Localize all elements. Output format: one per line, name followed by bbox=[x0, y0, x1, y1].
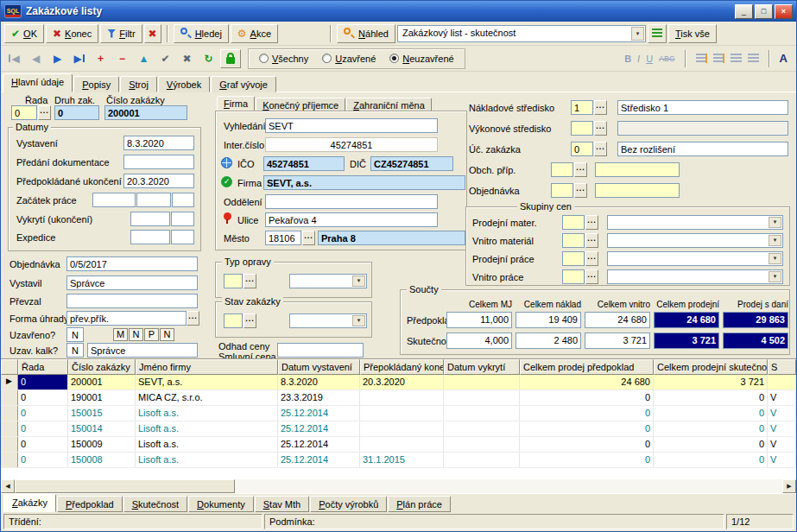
tab-pocty-vyrobku[interactable]: Počty výrobků bbox=[310, 496, 387, 512]
vykryti-field-2[interactable] bbox=[171, 212, 194, 226]
nahled-button[interactable]: Náhled bbox=[337, 24, 395, 43]
tab-vyrobek[interactable]: Výrobek bbox=[158, 76, 210, 92]
cell[interactable]: V bbox=[768, 421, 796, 436]
vykonove-stredisko-lookup-button[interactable]: ... bbox=[594, 121, 607, 136]
cell[interactable]: 150015 bbox=[68, 406, 136, 421]
chevron-down-icon[interactable]: ▼ bbox=[352, 315, 365, 326]
uzavreno-field[interactable]: N bbox=[66, 327, 84, 342]
flag-m-button[interactable]: M bbox=[113, 328, 128, 341]
align-right-icon[interactable] bbox=[748, 54, 759, 63]
cell[interactable]: V bbox=[768, 437, 796, 452]
cell[interactable]: 0 bbox=[520, 437, 654, 452]
cell[interactable]: 0 bbox=[520, 421, 654, 436]
prodejni-mater-code-field[interactable] bbox=[562, 215, 585, 230]
grid-header[interactable]: Datum vystavení bbox=[278, 359, 360, 375]
table-row[interactable]: 0 150008 Lisoft a.s. 25.12.2014 31.1.201… bbox=[1, 453, 796, 468]
post-record-button[interactable]: ✔ bbox=[155, 49, 175, 68]
cell[interactable]: 8.3.2020 bbox=[278, 375, 360, 390]
typ-opravy-lookup-button[interactable]: ... bbox=[244, 274, 256, 288]
tab-hlavni-udaje[interactable]: Hlavní údaje bbox=[3, 73, 73, 92]
tab-dokumenty[interactable]: Dokumenty bbox=[188, 496, 254, 512]
cell[interactable] bbox=[360, 437, 444, 452]
obch-prip-lookup-button[interactable]: ... bbox=[574, 162, 587, 177]
vnitro-material-code-field[interactable] bbox=[562, 233, 585, 248]
expedice-field-2[interactable] bbox=[171, 230, 194, 244]
prodejni-mater-select[interactable]: ▼ bbox=[607, 215, 783, 230]
grid-header[interactable]: Číslo zakázky bbox=[68, 359, 136, 375]
cell[interactable]: 0 bbox=[654, 421, 768, 436]
cell[interactable]: 25.12.2014 bbox=[278, 453, 360, 467]
cell[interactable] bbox=[444, 375, 520, 390]
tab-popisy[interactable]: Popisy bbox=[73, 76, 119, 92]
forma-uhrady-field[interactable]: přev.přík. bbox=[66, 311, 187, 326]
bullet-list-icon[interactable] bbox=[696, 54, 707, 63]
refresh-button[interactable]: ↻ bbox=[199, 49, 218, 68]
chevron-down-icon[interactable]: ▼ bbox=[769, 253, 781, 264]
ulice-field[interactable]: Pekařova 4 bbox=[265, 212, 438, 227]
vnitro-prace-select[interactable]: ▼ bbox=[607, 269, 783, 284]
cell[interactable]: 0 bbox=[654, 437, 768, 452]
konec-button[interactable]: ✖ Konec bbox=[46, 24, 98, 43]
cell[interactable] bbox=[444, 406, 520, 421]
cell[interactable] bbox=[444, 437, 520, 452]
cell[interactable] bbox=[768, 375, 796, 390]
report-select[interactable]: Zakázkový list - skutečnost ▼ bbox=[397, 25, 646, 42]
cell[interactable] bbox=[360, 421, 444, 436]
tab-konecny-prijemce[interactable]: Konečný příjemce bbox=[256, 98, 345, 111]
cislo-zakazky-field[interactable]: 200001 bbox=[104, 105, 187, 120]
cell[interactable] bbox=[444, 390, 520, 405]
grid-header[interactable]: Jméno firmy bbox=[136, 359, 278, 375]
cell[interactable]: 24 680 bbox=[520, 375, 654, 390]
last-record-button[interactable]: ▶ bbox=[69, 49, 89, 68]
rada-field[interactable]: 0 bbox=[11, 105, 37, 120]
vnitro-material-lookup-button[interactable]: ... bbox=[585, 233, 598, 248]
cell[interactable]: 0 bbox=[654, 406, 768, 421]
edit-record-button[interactable]: ▲ bbox=[134, 49, 154, 68]
tab-stroj[interactable]: Stroj bbox=[120, 76, 157, 92]
cell[interactable] bbox=[444, 421, 520, 436]
cell[interactable]: V bbox=[768, 390, 796, 405]
cell[interactable]: 0 bbox=[654, 453, 768, 467]
first-record-button[interactable]: ◀ bbox=[4, 49, 24, 68]
cell[interactable]: Lisoft a.s. bbox=[136, 406, 278, 421]
cell[interactable]: Lisoft a.s. bbox=[136, 437, 278, 452]
vykryti-field-1[interactable] bbox=[130, 212, 170, 226]
cell[interactable]: 150009 bbox=[68, 437, 136, 452]
cell[interactable]: 190001 bbox=[68, 390, 136, 405]
vnitro-material-select[interactable]: ▼ bbox=[607, 233, 783, 248]
zacatek-field-1[interactable] bbox=[92, 193, 136, 207]
cell[interactable] bbox=[360, 406, 444, 421]
cell[interactable]: 25.12.2014 bbox=[278, 437, 360, 452]
cell[interactable]: V bbox=[768, 453, 796, 467]
stav-zakazky-lookup-button[interactable]: ... bbox=[244, 314, 256, 328]
psc-lookup-button[interactable]: ... bbox=[302, 231, 315, 245]
flag-n2-button[interactable]: N bbox=[160, 328, 174, 341]
nakladove-stredisko-code-field[interactable]: 1 bbox=[571, 100, 593, 115]
tab-predpoklad[interactable]: Předpoklad bbox=[57, 496, 123, 512]
vnitro-prace-code-field[interactable] bbox=[562, 269, 585, 284]
cell[interactable]: 0 bbox=[520, 453, 654, 467]
radio-uzavrene-dot[interactable] bbox=[322, 54, 332, 63]
scroll-left-button[interactable]: ◀ bbox=[1, 479, 15, 493]
forma-uhrady-lookup-button[interactable]: ... bbox=[187, 311, 199, 326]
zacatek-field-3[interactable] bbox=[172, 193, 194, 207]
nakladove-stredisko-lookup-button[interactable]: ... bbox=[594, 100, 607, 115]
druh-zak-field[interactable]: 0 bbox=[54, 105, 99, 120]
cell[interactable]: 25.12.2014 bbox=[278, 421, 360, 436]
cell[interactable]: 0 bbox=[18, 437, 68, 452]
objednavka-field[interactable]: 0/5/2017 bbox=[66, 256, 198, 271]
objednavka2-text-field[interactable] bbox=[595, 183, 680, 198]
cell[interactable]: 150008 bbox=[68, 453, 136, 467]
cell[interactable]: MICA CZ, s.r.o. bbox=[136, 390, 278, 405]
cell[interactable]: Lisoft a.s. bbox=[136, 453, 278, 467]
predani-field[interactable] bbox=[123, 155, 194, 169]
chevron-down-icon[interactable]: ▼ bbox=[769, 271, 781, 282]
oddeleni-field[interactable] bbox=[265, 194, 438, 209]
chevron-down-icon[interactable]: ▼ bbox=[631, 27, 644, 41]
close-button[interactable]: × bbox=[775, 4, 793, 19]
prev-record-button[interactable]: ◀ bbox=[26, 49, 46, 68]
radio-vsechny-dot[interactable] bbox=[259, 54, 269, 63]
cell[interactable]: 20.3.2020 bbox=[360, 375, 444, 390]
vnitro-prace-lookup-button[interactable]: ... bbox=[585, 269, 598, 284]
flag-n-button[interactable]: N bbox=[129, 328, 143, 341]
